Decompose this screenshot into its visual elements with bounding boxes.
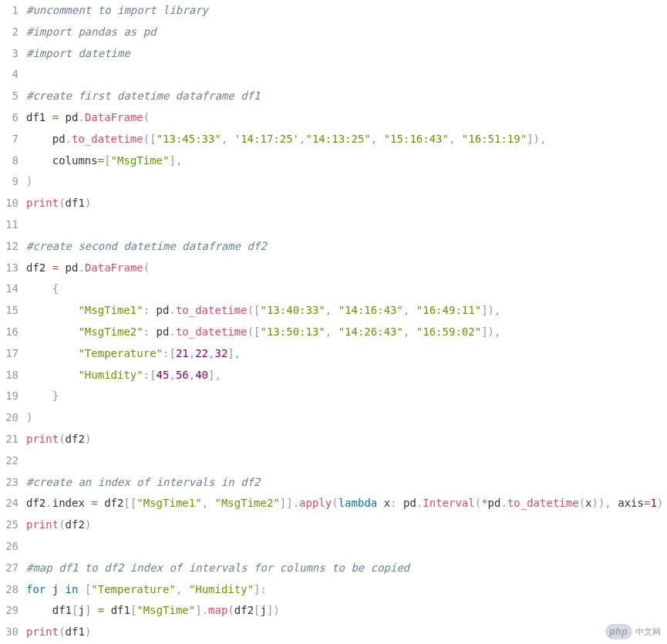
watermark: php 中文网: [605, 624, 662, 639]
code-token: ].: [195, 604, 208, 616]
code-token: 45: [157, 369, 170, 381]
code-token: to_datetime: [176, 304, 248, 316]
code-token: df1: [66, 197, 85, 209]
line-number: 27: [0, 558, 19, 579]
code-token: #create first datetime dataframe df1: [26, 89, 260, 102]
code-token: DataFrame: [85, 261, 143, 274]
code-token: "Temperature": [91, 583, 176, 595]
code-token: (: [227, 604, 234, 616]
code-token: "13:40:33": [260, 304, 325, 316]
line-number: 17: [0, 343, 19, 365]
code-token: ): [85, 625, 91, 638]
code-line: #create first datetime dataframe df1: [26, 86, 667, 107]
code-token: "MsgTime1": [136, 497, 201, 509]
code-token: df1: [26, 604, 72, 616]
code-token: =: [98, 604, 104, 616]
line-number: 1: [0, 0, 19, 22]
line-number: 7: [0, 129, 19, 150]
code-token: (: [475, 497, 481, 509]
code-token: ,: [202, 497, 208, 509]
code-token: :: [390, 497, 396, 509]
line-number: 10: [0, 193, 19, 214]
code-token: DataFrame: [85, 111, 143, 123]
code-line: print(df2): [26, 429, 667, 450]
line-number: 14: [0, 278, 19, 300]
code-token: ): [85, 197, 91, 209]
code-token: ]),: [481, 325, 500, 338]
code-line: ): [26, 407, 667, 429]
code-token: "Humidity": [189, 583, 254, 595]
code-token: (: [59, 625, 65, 638]
code-line: df1 = pd.DataFrame(: [26, 107, 667, 129]
code-token: ]),: [527, 133, 546, 145]
code-token: "MsgTime": [136, 604, 195, 616]
code-token: [332, 304, 338, 316]
code-token: ,: [189, 369, 195, 381]
code-token: "Temperature": [78, 347, 163, 359]
code-token: "15:16:43": [384, 133, 449, 145]
line-number: 25: [0, 514, 19, 536]
code-token: to_datetime: [72, 133, 143, 145]
line-number: 26: [0, 536, 19, 558]
code-line: {: [26, 278, 667, 300]
code-line: columns=["MsgTime"],: [26, 150, 667, 172]
code-token: index: [52, 497, 92, 509]
code-token: :[: [163, 347, 176, 359]
code-token: [208, 497, 214, 509]
code-token: .: [500, 497, 507, 509]
code-token: #uncomment to import library: [26, 4, 208, 16]
code-token: ],: [208, 369, 221, 381]
code-token: [26, 454, 32, 467]
code-token: x: [377, 497, 390, 509]
code-token: print: [26, 518, 59, 531]
code-token: 40: [195, 369, 208, 381]
line-number: 19: [0, 386, 19, 407]
code-token: [26, 304, 78, 316]
code-token: ]:: [254, 583, 267, 595]
code-line: [26, 64, 667, 86]
code-token: pd: [59, 111, 78, 123]
code-token: .: [66, 133, 72, 145]
code-token: =: [91, 497, 97, 509]
line-number: 2: [0, 22, 19, 43]
code-token: df2: [66, 518, 85, 531]
watermark-text: 中文网: [635, 626, 661, 638]
code-line: "Temperature":[21,22,32],: [26, 343, 667, 365]
code-token: pd: [150, 325, 169, 338]
code-token: '14:17:25': [234, 133, 299, 145]
code-token: for: [26, 583, 45, 595]
code-line: print(df1): [26, 193, 667, 214]
code-token: ): [85, 518, 91, 531]
code-token: ]),: [481, 304, 500, 316]
line-number-gutter: 1234567891011121314151617181920212223242…: [0, 0, 26, 643]
line-number: 16: [0, 322, 19, 343]
code-token: [78, 583, 84, 595]
code-token: #map df1 to df2 index of intervals for c…: [26, 561, 409, 574]
code-token: ): [26, 175, 32, 187]
code-token: (: [143, 111, 150, 123]
code-token: [91, 604, 97, 616]
code-token: "MsgTime2": [215, 497, 280, 509]
code-token: }: [52, 389, 59, 402]
code-token: :: [143, 325, 150, 338]
code-token: df2: [26, 497, 45, 509]
code-token: pd: [397, 497, 416, 509]
code-token: in: [66, 583, 79, 595]
code-token: ,: [325, 325, 332, 338]
code-token: x: [585, 497, 591, 509]
code-token: [26, 369, 78, 381]
line-number: 3: [0, 43, 19, 65]
code-token: "16:51:19": [462, 133, 527, 145]
code-token: [332, 325, 338, 338]
code-token: ,: [189, 347, 195, 359]
line-number: 18: [0, 365, 19, 386]
line-number: 11: [0, 214, 19, 236]
code-token: df1: [104, 604, 130, 616]
code-token: .: [78, 261, 84, 274]
line-number: 30: [0, 622, 19, 643]
line-number: 28: [0, 579, 19, 601]
code-token: pd: [26, 133, 66, 145]
code-token: .: [169, 325, 175, 338]
code-token: [377, 133, 383, 145]
code-line: print(df1): [26, 622, 667, 643]
